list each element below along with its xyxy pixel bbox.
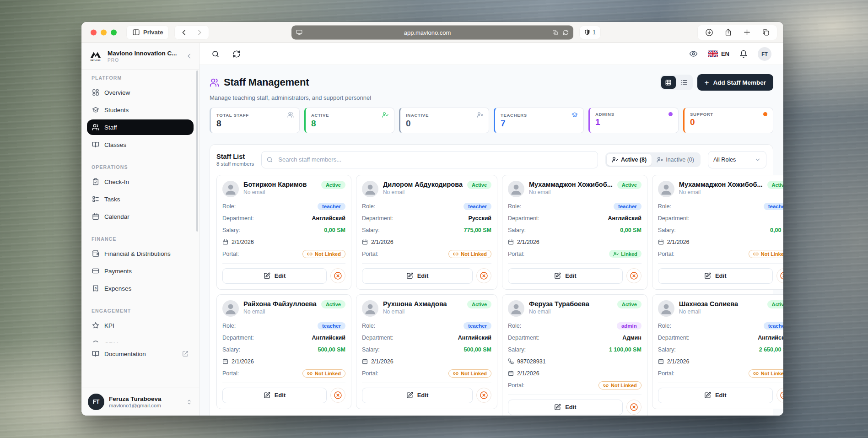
circle-x-icon (334, 271, 342, 280)
org-plan: PRO (108, 58, 182, 63)
downloads-icon[interactable] (705, 28, 713, 37)
sidebar-item-students[interactable]: Students (87, 102, 194, 118)
calendar-icon (222, 358, 228, 364)
close-window-button[interactable] (91, 29, 97, 35)
stat-admins: ADMINS 1 (588, 108, 679, 133)
stat-teachers: TEACHERS 7 (494, 108, 584, 133)
delete-button[interactable] (330, 268, 345, 283)
department-label: Department: (222, 335, 254, 341)
back-button[interactable] (180, 29, 188, 36)
app-topbar: EN FT (199, 43, 783, 65)
role-filter-select[interactable]: All Roles (708, 151, 766, 168)
staff-card: Мухаммаджон Хожибоб... No email Active R… (652, 175, 783, 290)
date-value: 2/1/2026 (232, 239, 254, 245)
translate-icon[interactable] (552, 29, 558, 35)
calendar-icon (92, 213, 99, 220)
sidebar-item-payments[interactable]: Payments (87, 263, 194, 279)
edit-button[interactable]: Edit (222, 268, 327, 284)
page-settings-icon[interactable] (296, 29, 302, 36)
edit-button[interactable]: Edit (222, 388, 327, 403)
sidebar-item-staff[interactable]: Staff (87, 119, 194, 135)
search-icon[interactable] (211, 50, 220, 58)
bell-icon[interactable] (739, 50, 748, 58)
role-pill: teacher (764, 322, 783, 330)
delete-button[interactable] (776, 388, 783, 403)
department-value: Русский (469, 215, 492, 222)
privacy-report-badge[interactable]: 1 (580, 26, 600, 39)
forward-button[interactable] (196, 29, 203, 36)
sidebar-item-documentation[interactable]: Documentation (87, 346, 194, 362)
refresh-icon[interactable] (232, 50, 241, 58)
address-bar[interactable]: app.mavlono.com (291, 25, 573, 39)
topbar-avatar[interactable]: FT (758, 47, 771, 61)
sidebar-toggle-icon[interactable] (132, 28, 140, 36)
sidebar-scrollbar[interactable] (196, 70, 198, 232)
reload-icon[interactable] (563, 29, 569, 35)
tab-overview-icon[interactable] (762, 28, 770, 36)
eye-icon[interactable] (689, 49, 698, 58)
pencil-square-icon (704, 392, 711, 399)
delete-button[interactable] (476, 388, 491, 403)
section-label-finance: FINANCE (92, 236, 189, 242)
staff-search-input[interactable] (261, 151, 598, 168)
calendar-icon (362, 358, 368, 364)
edit-button[interactable]: Edit (508, 268, 623, 284)
calendar-icon (508, 239, 514, 245)
sidebar-item-calendar[interactable]: Calendar (87, 209, 194, 224)
date-value: 2/1/2026 (232, 358, 254, 365)
staff-email: No email (383, 189, 463, 195)
share-icon[interactable] (724, 28, 732, 36)
active-filter-button[interactable]: Active (8) (607, 154, 652, 166)
main-area: EN FT Staff Management (199, 43, 783, 416)
list-view-button[interactable] (677, 76, 691, 89)
pencil-square-icon (264, 272, 270, 279)
chevrons-up-down-icon[interactable] (186, 399, 193, 406)
user-menu[interactable]: FT Feruza Turaboeva mavlono1@gmail.com (81, 388, 199, 416)
staff-avatar (508, 181, 524, 197)
zoom-window-button[interactable] (111, 29, 117, 35)
edit-button[interactable]: Edit (658, 268, 773, 284)
org-switcher[interactable]: MAVLONO Mavlono Innovation C... PRO (81, 43, 199, 70)
role-label: Role: (222, 323, 236, 329)
department-value: Админ (622, 335, 641, 341)
status-badge: Active (767, 181, 783, 189)
new-tab-icon[interactable] (743, 28, 751, 36)
link-icon (453, 371, 458, 376)
delete-button[interactable] (476, 268, 491, 283)
delete-button[interactable] (626, 400, 642, 415)
purple-dot-icon (669, 112, 673, 116)
staff-email: No email (383, 308, 463, 315)
sidebar-item-financial[interactable]: Financial & Distributions (87, 246, 194, 261)
sidebar-collapse-icon[interactable] (186, 53, 193, 59)
edit-button[interactable]: Edit (362, 388, 473, 403)
circle-x-icon (780, 271, 783, 280)
delete-button[interactable] (776, 268, 783, 283)
sidebar-item-kpi[interactable]: KPI (87, 318, 194, 333)
role-filter-value: All Roles (713, 157, 736, 163)
edit-button[interactable]: Edit (362, 268, 473, 284)
uk-flag-icon (708, 50, 718, 57)
language-switcher[interactable]: EN (708, 50, 729, 57)
minimize-window-button[interactable] (101, 29, 107, 35)
edit-button[interactable]: Edit (658, 388, 773, 403)
circle-x-icon (630, 403, 638, 411)
stat-label: TOTAL STAFF (216, 113, 249, 118)
sidebar-item-classes[interactable]: Classes (87, 137, 194, 152)
language-label: EN (721, 50, 729, 57)
grid-view-button[interactable] (661, 76, 676, 89)
sidebar-item-expenses[interactable]: Expenses (87, 281, 194, 296)
browser-chrome: Private app.mavlono.com 1 (81, 22, 783, 43)
sidebar-item-tasks[interactable]: Tasks (87, 191, 194, 207)
delete-button[interactable] (330, 388, 345, 403)
department-label: Department: (508, 335, 539, 341)
delete-button[interactable] (626, 268, 642, 283)
salary-value: 500,00 SM (318, 346, 345, 353)
inactive-filter-button[interactable]: Inactive (0) (652, 154, 699, 166)
add-staff-member-button[interactable]: + Add Staff Member (697, 74, 773, 91)
edit-label: Edit (715, 272, 727, 279)
star-icon (92, 322, 99, 329)
edit-button[interactable]: Edit (508, 400, 623, 415)
sidebar-item-overview[interactable]: Overview (87, 85, 194, 100)
sidebar-item-crm[interactable]: CRM (87, 336, 194, 342)
sidebar-item-checkin[interactable]: Check-In (87, 174, 194, 189)
